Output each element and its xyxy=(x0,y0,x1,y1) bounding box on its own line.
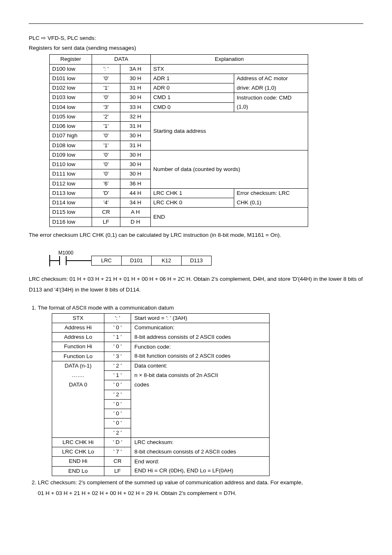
cell: ' 3 ' xyxy=(104,352,131,361)
table-row: ' 0 ' xyxy=(52,409,270,419)
table-row: DATA (n-1)' 2 'Data content: xyxy=(52,361,270,370)
cell xyxy=(52,390,104,399)
cell: LRC CHK Lo xyxy=(52,447,104,457)
li2-subline: 01 H + 03 H + 21 H + 02 H + 00 H + 02 H … xyxy=(38,489,363,497)
intro-line-2: Registers for sent data (sending message… xyxy=(29,44,363,52)
cell: DATA 0 xyxy=(52,380,104,390)
cell: Data content: xyxy=(131,361,270,370)
table-row: ' 2 ' xyxy=(52,428,270,437)
cell: ' 2 ' xyxy=(104,428,131,437)
cell: 32 H xyxy=(120,112,150,121)
no-contact xyxy=(59,255,67,266)
cell: D102 low xyxy=(50,83,92,93)
cell: codes xyxy=(131,380,270,390)
cell: Number of data (counted by words) xyxy=(151,150,308,188)
cell: LF xyxy=(92,217,120,227)
cell: End word: xyxy=(131,457,270,466)
cell xyxy=(52,399,104,409)
table-row: END HiCREnd word: xyxy=(52,457,270,466)
cell: A H xyxy=(120,208,150,217)
numbered-list: The format of ASCII mode with a communic… xyxy=(29,304,363,497)
cell: CHK (0,1) xyxy=(234,198,308,208)
cell: '0' xyxy=(92,93,120,102)
cell: ' 2 ' xyxy=(104,390,131,399)
table-row: LRC CHK Lo' 7 '8-bit checksum consists o… xyxy=(52,447,270,457)
cell: ' 0 ' xyxy=(104,342,131,352)
cell: '6' xyxy=(92,179,120,188)
cell: '3' xyxy=(92,102,120,112)
cell: ……. xyxy=(52,371,104,380)
cell: ' 0 ' xyxy=(104,323,131,332)
cell: 'D' xyxy=(92,188,120,198)
cell: END Lo xyxy=(52,466,104,476)
cell: END xyxy=(151,208,308,227)
top-rule xyxy=(29,23,363,24)
cell: ADR 0 xyxy=(151,83,234,93)
cell xyxy=(52,409,104,419)
cell: ' 0 ' xyxy=(104,419,131,428)
cell: 33 H xyxy=(120,102,150,112)
cell: '1' xyxy=(92,122,120,131)
intro-line-1: PLC ⇨ VFD-S, PLC sends: xyxy=(29,34,363,42)
table-row: …….' 1 'n × 8-bit data consists of 2n AS… xyxy=(52,371,270,380)
cell: ' 2 ' xyxy=(104,361,131,370)
cell: LRC CHK 1 xyxy=(151,188,234,198)
cell: 30 H xyxy=(120,150,150,160)
cell: Function Lo xyxy=(52,352,104,361)
cell: Address Hi xyxy=(52,323,104,332)
ladder-diagram: M1000 LRC D101 K12 D113 xyxy=(49,247,363,266)
cell: END Hi xyxy=(52,457,104,466)
inst-op3: D113 xyxy=(182,256,212,266)
ascii-format-table: STX': 'Start word = ': ' (3AH) Address H… xyxy=(52,313,270,476)
registers-table: Register DATA Explanation D100 low ': ' … xyxy=(49,54,308,227)
table-row: D103 low '0' 30 H CMD 1 Instruction code… xyxy=(50,93,308,102)
li2-text: LRC checksum: 2's complement of the summ… xyxy=(38,479,303,486)
cell: 30 H xyxy=(120,93,150,102)
table-row: D101 low '0' 30 H ADR 1 Address of AC mo… xyxy=(50,74,308,83)
cell: Communication: xyxy=(131,323,270,332)
list-item-2: LRC checksum: 2's complement of the summ… xyxy=(38,479,363,498)
table-row: Function Hi' 0 'Function code: xyxy=(52,342,270,352)
cell: LRC checksum: xyxy=(131,437,270,447)
cell: '0' xyxy=(92,131,120,141)
cell: '1' xyxy=(92,141,120,150)
cell: 31 H xyxy=(120,141,150,150)
table-row: D114 low '4' 34 H LRC CHK 0 CHK (0,1) xyxy=(50,198,308,208)
list-item-1: The format of ASCII mode with a communic… xyxy=(38,304,363,476)
cell xyxy=(131,428,270,437)
table-row: Function Lo' 3 '8-bit function consists … xyxy=(52,352,270,361)
table-row: LRC CHK Hi' D 'LRC checksum: xyxy=(52,437,270,447)
inst-op1: D101 xyxy=(122,256,152,266)
cell: ' 7 ' xyxy=(104,447,131,457)
cell: Function Hi xyxy=(52,342,104,352)
cell: '4' xyxy=(92,198,120,208)
cell: D114 low xyxy=(50,198,92,208)
cell: STX xyxy=(151,64,308,74)
table-row: D102 low '1' 31 H ADR 0 drive: ADR (1,0) xyxy=(50,83,308,93)
cell xyxy=(52,428,104,437)
lrc-checksum-para: LRC checksum: 01 H + 03 H + 21 H + 01 H … xyxy=(29,274,363,295)
cell: D115 low xyxy=(50,208,92,217)
table-row: D105 low '2' 32 H Starting data address xyxy=(50,112,308,121)
table-row: D109 low '0' 30 H Number of data (counte… xyxy=(50,150,308,160)
cell: Instruction code: CMD xyxy=(234,93,308,102)
cell: DATA (n-1) xyxy=(52,361,104,370)
table-row: DATA 0' 0 'codes xyxy=(52,380,270,390)
table-row: ' 2 ' xyxy=(52,390,270,399)
cell: 30 H xyxy=(120,74,150,83)
cell xyxy=(131,419,270,428)
cell: D100 low xyxy=(50,64,92,74)
cell: ' 1 ' xyxy=(104,371,131,380)
hdr-explanation: Explanation xyxy=(151,55,308,64)
table-row: D104 low '3' 33 H CMD 0 (1,0) xyxy=(50,102,308,112)
cell: D104 low xyxy=(50,102,92,112)
cell: 34 H xyxy=(120,198,150,208)
cell: ' 0 ' xyxy=(104,380,131,390)
hdr-data: DATA xyxy=(92,55,151,64)
cell: '0' xyxy=(92,169,120,179)
cell: D H xyxy=(120,217,150,227)
table-row: D115 low CR A H END xyxy=(50,208,308,217)
error-checksum-note: The error checksum LRC CHK (0,1) can be … xyxy=(29,231,363,239)
table-row: ' 0 ' xyxy=(52,399,270,409)
cell: D106 low xyxy=(50,122,92,131)
